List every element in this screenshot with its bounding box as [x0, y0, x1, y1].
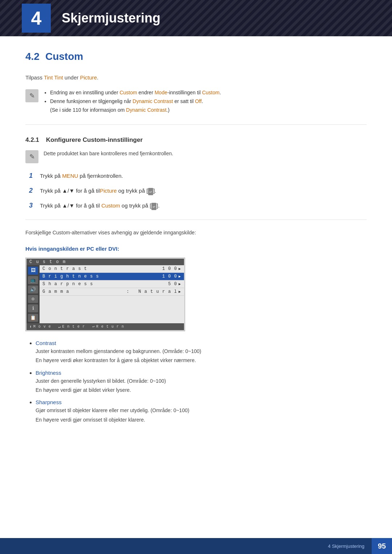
- osd-enter-label: E n t e r: [62, 325, 85, 329]
- feature-sharpness-title: Sharpness: [36, 399, 62, 405]
- osd-value-sharpness: 5 0 ▶: [168, 282, 181, 287]
- step-1-text: Trykk på MENU på fjernkontrollen.: [40, 172, 123, 180]
- hl-custom-2: Custom: [202, 90, 220, 95]
- feature-sharpness-desc1: Gjør omrisset til objekter klarere eller…: [36, 406, 367, 414]
- note-item-1: Endring av en innstilling under Custom e…: [50, 89, 221, 97]
- note-icon: ✎: [25, 89, 38, 102]
- osd-label-sharpness: S h a r p n e s s: [42, 282, 168, 287]
- if-heading: Hvis inngangskilden er PC eller DVI:: [25, 246, 367, 252]
- step-1: 1 Trykk på MENU på fjernkontrollen.: [29, 171, 367, 181]
- osd-label-brightness: B r i g h t n e s s: [42, 274, 162, 279]
- hl-mode: Mode: [155, 90, 167, 95]
- intro-tint-label: Tint: [54, 74, 63, 81]
- osd-empty-space: [40, 296, 184, 314]
- steps-list: 1 Trykk på MENU på fjernkontrollen. 2 Tr…: [29, 171, 367, 210]
- feature-list: Contrast Juster kontrasten mellom gjenst…: [25, 340, 367, 424]
- feature-sharpness: Sharpness Gjør omrisset til objekter kla…: [36, 399, 367, 424]
- osd-bottom-return: ↩ R e t u r n: [92, 324, 124, 329]
- custom-para: Forskjellige Custom-alternativer vises a…: [25, 229, 367, 237]
- page-header: 4 Skjermjustering: [0, 0, 392, 36]
- intro-text-1: Tilpass: [25, 74, 42, 81]
- section-title-text: Custom: [45, 51, 83, 62]
- footer-page-number: 95: [372, 538, 392, 554]
- feature-brightness: Brightness Juster den generelle lysstyrk…: [36, 370, 367, 394]
- intro-picture-label: Picture: [80, 74, 97, 81]
- chapter-title: Skjermjustering: [62, 11, 160, 26]
- osd-label-contrast: C o n t r a s t: [42, 266, 162, 271]
- step-1-num: 1: [29, 171, 36, 181]
- hl-dynamic-contrast: Dynamic Contrast: [132, 98, 173, 104]
- osd-icons-column: 🖼 📺 🔊 ⚙ ℹ 📋: [26, 265, 40, 323]
- divider-1: [25, 124, 367, 125]
- enter-btn-2: ↵: [151, 203, 157, 210]
- section-heading: 4.2 Custom: [25, 51, 367, 62]
- subsection-note-text: Dette produktet kan bare kontrolleres me…: [44, 149, 173, 157]
- subsection-heading: 4.2.1 Konfigurere Custom-innstillinger: [25, 136, 367, 144]
- osd-bottom-enter: ↵ E n t e r: [58, 324, 85, 329]
- feature-brightness-title: Brightness: [36, 370, 61, 376]
- hl-dynamic-contrast-2: Dynamic Contrast: [126, 107, 166, 113]
- step-3-text: Trykk på ▲/▼ for å gå til Custom og tryk…: [40, 201, 160, 210]
- subsection-title-text: Konfigurere Custom-innstillinger: [46, 136, 143, 143]
- step-2: 2 Trykk på ▲/▼ for å gå tilPicture og tr…: [29, 185, 367, 196]
- step-2-num: 2: [29, 185, 36, 196]
- enter-btn-1: ↵: [148, 188, 154, 195]
- osd-return-label: R e t u r n: [96, 325, 124, 329]
- osd-move-label: M o v e: [33, 325, 51, 329]
- intro-mid: under: [65, 74, 78, 81]
- hl-menu: MENU: [62, 173, 78, 179]
- osd-sidebar: 🖼 📺 🔊 ⚙ ℹ 📋 C o n t r a s t 1 0 0 ▶ B r …: [26, 265, 184, 323]
- note-item-2: Denne funksjonen er tilgjengelig når Dyn…: [50, 97, 221, 115]
- feature-contrast-title: Contrast: [36, 340, 56, 346]
- step-3-num: 3: [29, 200, 36, 211]
- osd-bottom-move: ⬆ M o v e: [29, 324, 51, 329]
- intro-tint: Tint: [44, 74, 53, 81]
- header-diagonal: [0, 0, 392, 36]
- osd-row-sharpness: S h a r p n e s s 5 0 ▶: [40, 280, 184, 288]
- step-2-text: Trykk på ▲/▼ for å gå tilPicture og tryk…: [40, 186, 156, 195]
- osd-icon-picture: 🖼: [28, 267, 38, 275]
- osd-icon-extra: 📋: [28, 314, 38, 322]
- main-content: 4.2 Custom Tilpass Tint Tint under Pictu…: [0, 36, 392, 458]
- chapter-number: 4: [31, 9, 42, 28]
- section-number: 4.2: [25, 51, 40, 62]
- step-3: 3 Trykk på ▲/▼ for å gå til Custom og tr…: [29, 200, 367, 211]
- osd-menu: C u s t o m 🖼 📺 🔊 ⚙ ℹ 📋 C o n t r a s t …: [25, 258, 185, 331]
- page-footer: 4 Skjermjustering 95: [0, 538, 392, 554]
- osd-arrow-gamma: ▶: [179, 290, 181, 294]
- note-list: Endring av en innstilling under Custom e…: [44, 89, 221, 114]
- osd-move-icon: ⬆: [29, 324, 32, 329]
- hl-off: Off: [195, 98, 201, 104]
- osd-menu-col: C o n t r a s t 1 0 0 ▶ B r i g h t n e …: [40, 265, 184, 323]
- osd-label-gamma: G a m m a: [42, 289, 127, 294]
- feature-sharpness-desc2: En høyere verdi gjør omrisset til objekt…: [36, 416, 367, 424]
- osd-titlebar: C u s t o m: [26, 259, 184, 265]
- feature-brightness-desc2: En høyere verdi gjør at bildet virker ly…: [36, 386, 367, 394]
- divider-2: [25, 219, 367, 220]
- chapter-number-box: 4: [22, 4, 51, 33]
- feature-contrast-desc2: En høyere verdi øker kontrasten for å gj…: [36, 356, 367, 364]
- osd-arrow-sharpness: ▶: [179, 282, 181, 286]
- osd-icon-info: ℹ: [28, 304, 38, 312]
- subsection-note-icon: ✎: [25, 150, 38, 163]
- osd-return-icon: ↩: [92, 324, 95, 329]
- osd-icon-settings: 🔊: [28, 286, 38, 294]
- hl-custom-step: Custom: [101, 202, 120, 209]
- hl-picture: Picture: [100, 188, 117, 194]
- osd-arrow-brightness: ▶: [179, 274, 181, 279]
- osd-title: C u s t o m: [29, 259, 66, 264]
- osd-enter-icon: ↵: [58, 324, 61, 329]
- footer-chapter-label: 4 Skjermjustering: [328, 543, 372, 549]
- note-box: ✎ Endring av en innstilling under Custom…: [25, 89, 367, 114]
- hl-custom-1: Custom: [119, 90, 137, 95]
- osd-value-brightness: 1 0 0 ▶: [162, 274, 181, 279]
- osd-row-brightness: B r i g h t n e s s 1 0 0 ▶: [40, 273, 184, 280]
- subsection-number: 4.2.1: [25, 136, 39, 143]
- osd-arrow-contrast: ▶: [179, 267, 181, 271]
- intro-end: .: [97, 74, 98, 81]
- feature-contrast: Contrast Juster kontrasten mellom gjenst…: [36, 340, 367, 365]
- osd-row-contrast: C o n t r a s t 1 0 0 ▶: [40, 265, 184, 273]
- osd-bottom-bar: ⬆ M o v e ↵ E n t e r ↩ R e t u r n: [26, 323, 184, 330]
- osd-icon-system: ⚙: [28, 295, 38, 303]
- osd-icon-display: 📺: [28, 276, 38, 284]
